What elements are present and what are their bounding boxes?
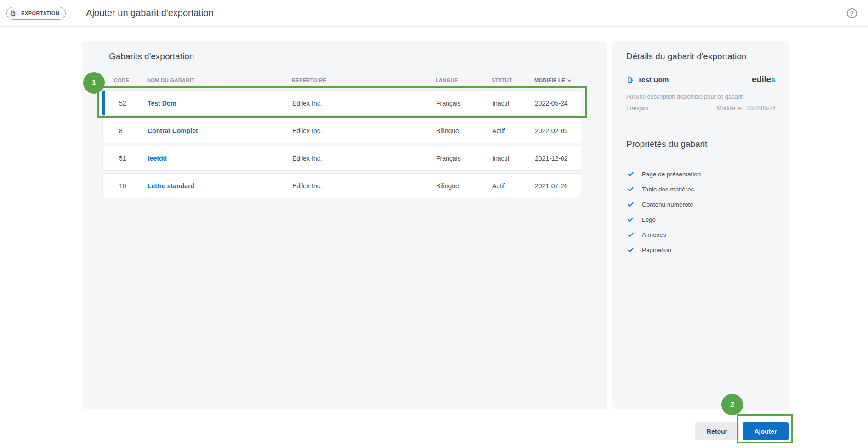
properties-title: Propriétés du gabarit <box>626 139 707 149</box>
cell-repertoire: Edilex Inc. <box>292 182 436 190</box>
cell-modifie: 2022-05-24 <box>535 100 581 107</box>
cell-modifie: 2021-07-26 <box>535 182 581 190</box>
column-header-langue[interactable]: LANGUE <box>436 78 492 83</box>
cell-code: 51 <box>119 155 148 162</box>
table-row-lettre-standard[interactable]: 10 Lettre standard Edilex Inc. Bilingue … <box>102 173 581 198</box>
export-document-icon <box>9 9 18 18</box>
cell-code: 52 <box>119 100 148 107</box>
edilex-logo: edilex <box>752 74 776 84</box>
details-panel-title: Détails du gabarit d'exportation <box>626 51 746 62</box>
cell-modifie: 2021-12-02 <box>535 155 581 162</box>
check-icon <box>627 201 634 208</box>
template-meta: Français Modifié le : 2022-05-24 <box>626 105 776 112</box>
details-panel: Détails du gabarit d'exportation Test Do… <box>612 41 789 409</box>
templates-panel-rule <box>109 67 584 67</box>
templates-panel: Gabarits d'exportation CODE NOM DU GABAR… <box>82 41 607 409</box>
column-header-repertoire[interactable]: RÉPERTOIRE <box>292 78 436 83</box>
help-icon[interactable]: ? <box>847 8 857 18</box>
annotation-badge-step-2: 2 <box>721 394 743 415</box>
export-document-icon <box>626 76 634 83</box>
properties-list: Page de présentation Table des matières … <box>627 167 776 258</box>
page-title: Ajouter un gabarit d'exportation <box>86 8 213 18</box>
cell-langue: Français <box>436 100 492 107</box>
property-item: Logo <box>627 212 776 227</box>
check-icon <box>627 246 634 253</box>
check-icon <box>627 171 634 178</box>
cell-statut: Actif <box>492 127 535 134</box>
template-rows: 52 Test Dom Edilex Inc. Français Inactif… <box>102 90 581 201</box>
template-description: Aucune description disponible pour ce ga… <box>626 94 743 100</box>
property-item: Pagination <box>627 242 776 258</box>
templates-panel-title: Gabarits d'exportation <box>109 51 194 62</box>
template-link[interactable]: Test Dom <box>148 100 292 107</box>
column-header-statut[interactable]: STATUT <box>492 78 534 83</box>
cell-code: 8 <box>119 127 148 134</box>
column-header-code[interactable]: CODE <box>114 78 147 83</box>
cell-repertoire: Edilex Inc. <box>292 127 436 134</box>
top-bar: EXPORTATION Ajouter un gabarit d'exporta… <box>0 0 868 27</box>
cell-statut: Inactif <box>492 155 535 162</box>
details-panel-rule <box>626 67 776 67</box>
template-modified-date: Modifié le : 2022-05-24 <box>717 105 776 112</box>
table-header-row: CODE NOM DU GABARIT RÉPERTOIRE LANGUE ST… <box>102 70 581 83</box>
template-link[interactable]: Contrat Complet <box>148 127 292 134</box>
footer-divider <box>0 415 868 415</box>
cell-repertoire: Edilex Inc. <box>292 155 436 162</box>
table-row-contrat-complet[interactable]: 8 Contrat Complet Edilex Inc. Bilingue A… <box>102 118 581 143</box>
property-item: Contenu numéroté <box>627 197 776 212</box>
properties-rule <box>626 157 776 157</box>
cell-code: 10 <box>119 182 148 190</box>
template-name: Test Dom <box>638 76 669 84</box>
cell-repertoire: Edilex Inc. <box>292 100 436 107</box>
export-template-page: EXPORTATION Ajouter un gabarit d'exporta… <box>0 0 868 448</box>
check-icon <box>627 216 634 223</box>
cell-langue: Bilingue <box>436 182 492 190</box>
module-badge-exportation: EXPORTATION <box>6 7 66 20</box>
template-summary: Test Dom edilex <box>626 73 776 86</box>
check-icon <box>627 231 634 238</box>
cell-modifie: 2022-02-09 <box>535 127 581 134</box>
template-link[interactable]: teetdd <box>148 155 292 162</box>
template-language: Français <box>626 105 648 112</box>
module-badge-label: EXPORTATION <box>21 11 59 16</box>
sort-desc-chevron-icon <box>567 78 572 83</box>
cell-langue: Bilingue <box>436 127 492 134</box>
cell-langue: Français <box>436 155 492 162</box>
annotation-badge-step-1: 1 <box>83 72 105 94</box>
cell-statut: Inactif <box>492 100 535 107</box>
property-item: Table des matières <box>627 182 776 197</box>
column-header-name[interactable]: NOM DU GABARIT <box>147 78 292 83</box>
table-row-teetdd[interactable]: 51 teetdd Edilex Inc. Français Inactif 2… <box>102 146 581 171</box>
property-item: Page de présentation <box>627 167 776 182</box>
cell-statut: Actif <box>492 182 535 190</box>
property-item: Annexes <box>627 227 776 242</box>
column-header-modifie[interactable]: MODIFIÉ LE <box>534 78 581 83</box>
back-button[interactable]: Retour <box>695 422 739 440</box>
table-row-test-dom[interactable]: 52 Test Dom Edilex Inc. Français Inactif… <box>102 90 581 116</box>
template-link[interactable]: Lettre standard <box>148 182 292 190</box>
title-divider <box>76 6 76 21</box>
add-button[interactable]: Ajouter <box>743 422 789 440</box>
check-icon <box>627 186 634 193</box>
